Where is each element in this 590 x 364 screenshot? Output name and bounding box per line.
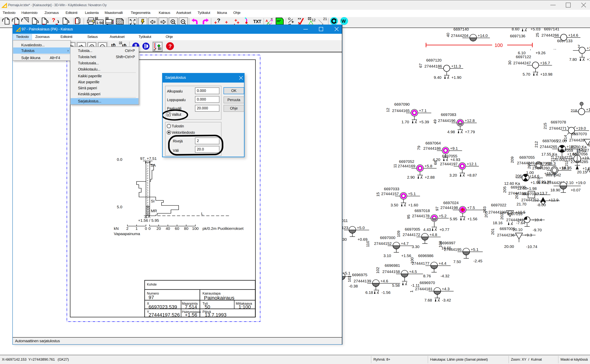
svg-text:011: 011 (342, 218, 348, 223)
svg-text:5.70: 5.70 (523, 72, 530, 76)
svg-text:+1.56: +1.56 (401, 254, 411, 258)
svg-text:+12.8: +12.8 (465, 118, 475, 123)
svg-text:A: A (266, 19, 268, 23)
svg-text:27444186: 27444186 (423, 146, 441, 150)
svg-text:-8.00: -8.00 (537, 203, 546, 207)
svg-text:203: 203 (482, 206, 487, 213)
svg-text:6697120: 6697120 (426, 58, 442, 62)
svg-text:+4.8: +4.8 (429, 233, 437, 237)
svg-text:6697055: 6697055 (519, 155, 535, 159)
svg-text:+8.87: +8.87 (467, 173, 477, 177)
svg-text:27444266: 27444266 (542, 33, 559, 37)
svg-text:TXT: TXT (253, 19, 261, 24)
svg-text:97: 97 (435, 207, 439, 211)
svg-text:6696986: 6696986 (418, 254, 434, 258)
svg-text:40: 40 (446, 33, 450, 37)
svg-text:1: 1 (135, 226, 138, 231)
svg-text:6697122: 6697122 (516, 55, 531, 59)
svg-text:+4.4: +4.4 (439, 261, 447, 266)
svg-text:+1.56: +1.56 (185, 312, 197, 318)
svg-text:+16: +16 (587, 46, 590, 50)
svg-text:m²: m² (277, 19, 281, 23)
svg-text:211: 211 (564, 160, 569, 166)
svg-text:-2.45: -2.45 (473, 259, 482, 263)
svg-text:+5.2: +5.2 (439, 214, 447, 218)
svg-text:5.0: 5.0 (117, 205, 122, 209)
svg-text:27444249: 27444249 (517, 161, 534, 165)
svg-text:+1.3: +1.3 (587, 57, 590, 62)
svg-text:α: α (271, 18, 273, 22)
svg-text:6697016: 6697016 (507, 212, 523, 216)
svg-text:Vapaapainuma: Vapaapainuma (114, 232, 140, 236)
svg-text:110: 110 (366, 241, 370, 247)
svg-text:××: ×× (298, 17, 301, 20)
svg-text:+1.56: +1.56 (467, 217, 477, 221)
svg-text:+9.26: +9.26 (536, 51, 545, 55)
svg-text:6697022: 6697022 (491, 203, 506, 207)
svg-text:5.58: 5.58 (392, 283, 400, 287)
svg-text:?: ? (168, 43, 172, 49)
svg-text:11: 11 (393, 164, 397, 168)
svg-text:6697136: 6697136 (510, 34, 525, 38)
svg-text:kN: kN (114, 226, 119, 231)
svg-text:+4.3: +4.3 (442, 287, 449, 291)
svg-text:6697024: 6697024 (443, 201, 459, 205)
svg-text:15.60 Ka: 15.60 Ka (571, 145, 586, 149)
svg-text:27444186: 27444186 (424, 64, 442, 68)
svg-text:-1.56: -1.56 (382, 290, 390, 295)
svg-text:Painokairaus: Painokairaus (204, 295, 235, 301)
svg-text:+7.1: +7.1 (419, 108, 427, 113)
svg-text:+19.0: +19.0 (576, 126, 586, 130)
svg-text:+14.0: +14.0 (478, 33, 488, 38)
svg-text:6.10: 6.10 (518, 51, 526, 55)
svg-text:Kairaustapa: Kairaustapa (202, 292, 221, 295)
svg-text:8.76: 8.76 (423, 274, 431, 278)
svg-text:49: 49 (433, 119, 437, 124)
svg-text:3.10: 3.10 (383, 254, 391, 258)
svg-text:+4.7: +4.7 (401, 241, 409, 246)
svg-text:+5.39: +5.39 (419, 120, 429, 124)
svg-text:7.514: 7.514 (185, 304, 197, 310)
svg-text:+0.07: +0.07 (571, 188, 581, 192)
svg-text:6.18: 6.18 (365, 290, 373, 295)
svg-text:+12.1: +12.1 (467, 162, 477, 166)
svg-text:+5.1: +5.1 (408, 192, 416, 196)
svg-text:40: 40 (166, 226, 170, 231)
svg-text:+16.7: +16.7 (540, 61, 550, 65)
svg-text:27444177: 27444177 (412, 261, 429, 266)
svg-text:66: 66 (588, 143, 590, 147)
svg-text:1.70: 1.70 (402, 120, 409, 124)
svg-text:27444197: 27444197 (440, 162, 458, 166)
svg-text:6696970: 6696970 (420, 280, 435, 285)
svg-text:2: 2 (126, 226, 128, 231)
svg-text:+5.8: +5.8 (424, 164, 432, 168)
svg-text:6697023.539: 6697023.539 (148, 304, 177, 310)
svg-text:97, +7.51: 97, +7.51 (140, 156, 157, 161)
svg-text:20.15: 20.15 (577, 170, 587, 174)
svg-text:7.68: 7.68 (424, 298, 432, 302)
svg-text:1: 1 (409, 290, 414, 292)
svg-text:2.10 +19.0: 2.10 +19.0 (566, 181, 586, 185)
svg-text:6697052: 6697052 (399, 159, 414, 164)
svg-text:+0.69: +0.69 (357, 237, 367, 241)
svg-text:+1.56 / 5.95: +1.56 / 5.95 (138, 218, 159, 222)
svg-text:27444139: 27444139 (354, 279, 371, 283)
svg-text:27444165: 27444165 (392, 108, 410, 113)
svg-text:+7.5: +7.5 (467, 205, 475, 210)
svg-text:4.43: 4.43 (423, 228, 431, 232)
svg-text:+4.6: +4.6 (380, 279, 388, 283)
svg-text:6697006: 6697006 (500, 227, 515, 231)
svg-text:+1.60: +1.60 (408, 203, 418, 207)
svg-text:6696997: 6696997 (440, 241, 456, 245)
svg-text:27444285: 27444285 (571, 159, 588, 164)
svg-text:27: 27 (585, 148, 589, 152)
svg-text:17.55 Ka: 17.55 Ka (541, 152, 557, 156)
svg-text:67: 67 (418, 63, 423, 68)
svg-text:68: 68 (433, 161, 437, 165)
svg-text:+0.77: +0.77 (439, 228, 449, 232)
svg-text:18.90: 18.90 (550, 188, 560, 192)
svg-text:27444196: 27444196 (438, 118, 456, 123)
svg-text:20: 20 (156, 226, 161, 231)
svg-text:80: 80 (184, 226, 188, 231)
svg-text:9.40: 9.40 (434, 75, 442, 79)
